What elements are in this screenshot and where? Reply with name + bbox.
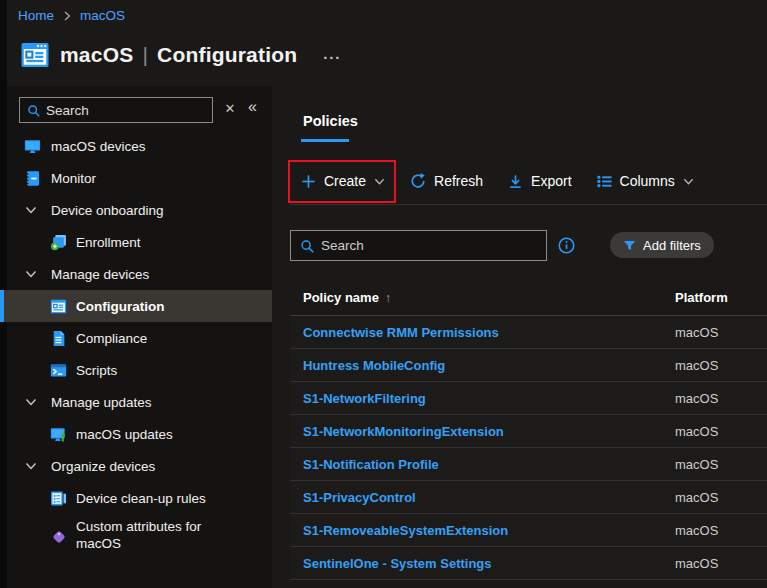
sort-ascending-icon: ↑ xyxy=(385,291,391,305)
sidebar-group-organize-devices[interactable]: Organize devices xyxy=(0,450,272,482)
monitor-update-icon xyxy=(50,426,67,443)
toolbar-divider xyxy=(290,204,767,205)
terminal-icon xyxy=(50,362,67,379)
table-row[interactable]: S1-NetworkFiltering macOS xyxy=(290,382,767,415)
clear-search-icon[interactable]: ✕ xyxy=(221,101,239,116)
platform-cell: macOS xyxy=(675,490,718,505)
sidebar-item-macos-updates[interactable]: macOS updates xyxy=(0,418,272,450)
sidebar-item-monitor[interactable]: Monitor xyxy=(0,162,272,194)
search-icon xyxy=(27,104,40,117)
policy-link[interactable]: S1-NetworkMonitoringExtension xyxy=(303,424,504,439)
refresh-icon xyxy=(410,173,426,189)
policy-link[interactable]: S1-NetworkFiltering xyxy=(303,391,426,406)
platform-cell: macOS xyxy=(675,457,718,472)
intune-macos-configuration-page: Home macOS macOS|Configuration ··· ✕ xyxy=(0,0,767,588)
platform-cell: macOS xyxy=(675,325,718,340)
table-row[interactable]: Huntress MobileConfig macOS xyxy=(290,349,767,382)
columns-list-icon xyxy=(597,174,612,189)
tab-policies-label: Policies xyxy=(303,113,358,129)
sidebar-item-label: Custom attributes for macOS xyxy=(76,519,226,553)
policy-link[interactable]: S1-RemoveableSystemExtension xyxy=(303,523,508,538)
table-header: Policy name↑ Platform xyxy=(290,282,767,316)
search-icon xyxy=(300,239,314,253)
sidebar-item-label: Enrollment xyxy=(76,235,141,250)
info-icon[interactable] xyxy=(558,237,575,254)
policy-link[interactable]: S1-PrivacyControl xyxy=(303,490,416,505)
column-header-policy-name[interactable]: Policy name↑ xyxy=(303,290,391,305)
refresh-button[interactable]: Refresh xyxy=(410,173,483,189)
table-row[interactable]: S1-PrivacyControl macOS xyxy=(290,481,767,514)
notebook-icon xyxy=(24,170,41,187)
sidebar-item-configuration[interactable]: Configuration xyxy=(0,290,272,322)
tab-active-underline xyxy=(301,139,349,142)
sidebar-item-scripts[interactable]: Scripts xyxy=(0,354,272,386)
policy-link[interactable]: Huntress MobileConfig xyxy=(303,358,445,373)
platform-cell: macOS xyxy=(675,391,718,406)
columns-button-label: Columns xyxy=(620,173,675,189)
filter-funnel-icon xyxy=(623,239,636,252)
breadcrumb: Home macOS xyxy=(18,8,125,23)
enrollment-icon xyxy=(50,234,67,251)
monitor-icon xyxy=(24,138,41,155)
sidebar-nav: macOS devices Monitor Device onboarding … xyxy=(0,130,272,558)
attribute-tag-icon xyxy=(50,528,67,545)
create-button[interactable]: Create xyxy=(301,173,385,189)
policy-link[interactable]: SentinelOne - System Settings xyxy=(303,556,492,571)
chevron-down-icon xyxy=(25,204,37,216)
sidebar-group-manage-devices[interactable]: Manage devices xyxy=(0,258,272,290)
table-row[interactable]: S1-RemoveableSystemExtension macOS xyxy=(290,514,767,547)
sidebar-group-manage-updates[interactable]: Manage updates xyxy=(0,386,272,418)
configuration-blade-icon xyxy=(20,40,50,70)
policy-name-header-label: Policy name xyxy=(303,290,379,305)
add-filters-label: Add filters xyxy=(643,238,701,253)
chevron-down-icon xyxy=(374,176,385,187)
platform-cell: macOS xyxy=(675,523,718,538)
page-title-secondary: Configuration xyxy=(157,43,297,66)
page-title: macOS|Configuration xyxy=(60,43,297,67)
platform-cell: macOS xyxy=(675,424,718,439)
sidebar-search-input[interactable] xyxy=(46,103,212,118)
chevron-down-icon xyxy=(683,176,694,187)
chevron-down-icon xyxy=(25,460,37,472)
sidebar-item-custom-attributes[interactable]: Custom attributes for macOS xyxy=(0,514,272,558)
sidebar-item-enrollment[interactable]: Enrollment xyxy=(0,226,272,258)
sidebar-item-device-cleanup-rules[interactable]: Device clean-up rules xyxy=(0,482,272,514)
sidebar-search xyxy=(19,97,213,123)
sidebar-item-label: Configuration xyxy=(76,299,164,314)
sidebar-group-device-onboarding[interactable]: Device onboarding xyxy=(0,194,272,226)
sidebar-item-macos-devices[interactable]: macOS devices xyxy=(0,130,272,162)
table-row[interactable]: SentinelOne - System Settings macOS xyxy=(290,547,767,580)
configuration-icon xyxy=(50,298,67,315)
chevron-down-icon xyxy=(25,268,37,280)
platform-cell: macOS xyxy=(675,556,718,571)
collapse-sidebar-icon[interactable]: « xyxy=(248,98,257,116)
sidebar-group-label: Organize devices xyxy=(51,459,155,474)
policy-search-input[interactable] xyxy=(321,238,546,253)
export-button-label: Export xyxy=(531,173,571,189)
sidebar-group-label: Manage devices xyxy=(51,267,149,282)
refresh-button-label: Refresh xyxy=(434,173,483,189)
table-row[interactable]: Connectwise RMM Permissions macOS xyxy=(290,316,767,349)
breadcrumb-separator-icon xyxy=(62,10,72,22)
compliance-document-icon xyxy=(50,330,67,347)
export-button[interactable]: Export xyxy=(508,173,571,189)
sidebar-item-label: Device clean-up rules xyxy=(76,491,206,506)
policy-search xyxy=(290,230,547,261)
sidebar-item-label: Monitor xyxy=(51,171,96,186)
page-header: macOS|Configuration ··· xyxy=(20,40,341,70)
more-menu-icon[interactable]: ··· xyxy=(323,46,341,65)
page-title-separator: | xyxy=(142,43,148,66)
table-row[interactable]: S1-Notification Profile macOS xyxy=(290,448,767,481)
sidebar-item-label: Compliance xyxy=(76,331,147,346)
tab-policies[interactable]: Policies xyxy=(303,112,358,130)
add-filters-button[interactable]: Add filters xyxy=(610,232,714,258)
sidebar-group-label: Manage updates xyxy=(51,395,152,410)
columns-button[interactable]: Columns xyxy=(597,173,694,189)
table-row[interactable]: S1-NetworkMonitoringExtension macOS xyxy=(290,415,767,448)
breadcrumb-home-link[interactable]: Home xyxy=(18,8,54,23)
policy-link[interactable]: Connectwise RMM Permissions xyxy=(303,325,499,340)
sidebar-item-compliance[interactable]: Compliance xyxy=(0,322,272,354)
column-header-platform[interactable]: Platform xyxy=(675,290,728,305)
policy-link[interactable]: S1-Notification Profile xyxy=(303,457,439,472)
breadcrumb-macos-link[interactable]: macOS xyxy=(80,8,125,23)
